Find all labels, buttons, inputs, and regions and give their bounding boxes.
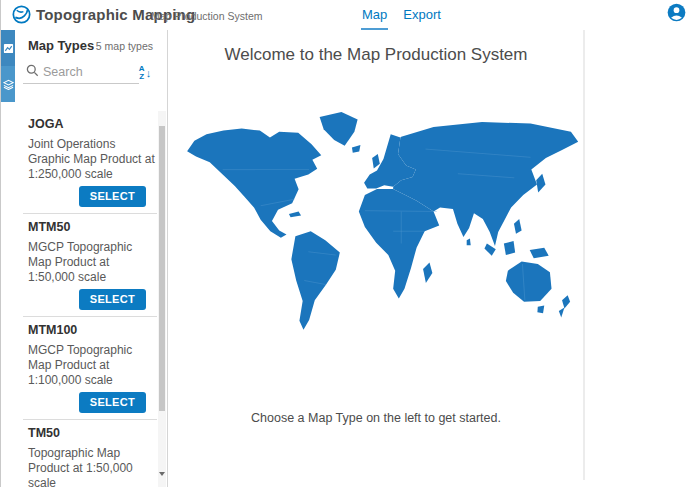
welcome-heading: Welcome to the Map Production System [169,45,583,65]
app-window: Topographic Mapping Map Production Syste… [0,0,699,487]
globe-logo-icon [12,5,31,24]
map-type-count: 5 map types [96,40,153,52]
tab-export[interactable]: Export [402,0,442,30]
welcome-panel: Welcome to the Map Production System [169,30,583,487]
main-area-divider [583,30,585,480]
map-type-item-mtm100: MTM100 MGCP Topographic Map Product at 1… [15,317,160,419]
instruction-text: Choose a Map Type on the left to get sta… [169,411,583,425]
select-button-mtm50[interactable]: SELECT [79,289,146,310]
tab-map[interactable]: Map [361,0,388,30]
sidebar-scrollbar[interactable] [158,111,166,487]
select-button-mtm100[interactable]: SELECT [79,392,146,413]
search-box [23,60,139,84]
action-bar [1,30,15,487]
scroll-up-icon[interactable] [158,111,166,124]
map-type-description: Joint Operations Graphic Map Product at … [28,137,155,182]
scroll-down-icon[interactable] [158,476,166,487]
select-button-joga[interactable]: SELECT [79,186,146,207]
map-type-name: JOGA [28,117,147,131]
search-icon [26,63,39,81]
map-type-name: MTM50 [28,220,147,234]
panel-title: Map Types [28,38,94,53]
app-header: Topographic Mapping Map Production Syste… [1,0,699,30]
map-type-name: MTM100 [28,323,147,337]
account-icon[interactable] [667,3,686,22]
map-type-item-tm50: TM50 Topographic Map Product at 1:50,000… [15,420,160,487]
map-type-description: MGCP Topographic Map Product at 1:50,000… [28,240,155,285]
map-type-item-mtm50: MTM50 MGCP Topographic Map Product at 1:… [15,214,160,316]
map-type-name: TM50 [28,426,147,440]
map-type-list: JOGA Joint Operations Graphic Map Produc… [15,111,160,487]
map-frame-icon[interactable] [1,30,15,66]
main-content: Welcome to the Map Production System [169,30,699,487]
scrollbar-thumb[interactable] [159,126,165,411]
map-type-item-joga: JOGA Joint Operations Graphic Map Produc… [15,111,160,213]
app-subtitle: Map Production System [151,10,262,22]
search-input[interactable] [43,65,133,79]
map-type-description: MGCP Topographic Map Product at 1:100,00… [28,343,155,388]
sort-letter-z: Z [139,73,145,81]
main-nav-tabs: Map Export [361,0,442,30]
sort-az-icon[interactable]: A Z ↓ [134,62,156,84]
map-type-description: Topographic Map Product at 1:50,000 scal… [28,446,155,487]
search-row: A Z ↓ [23,60,154,89]
world-map-image [175,108,579,338]
map-types-panel-header: Map Types 5 map types [15,30,167,56]
sort-arrow-down-icon: ↓ [146,68,152,79]
map-types-panel: Map Types 5 map types A Z [15,30,168,487]
layers-icon[interactable] [1,66,15,102]
